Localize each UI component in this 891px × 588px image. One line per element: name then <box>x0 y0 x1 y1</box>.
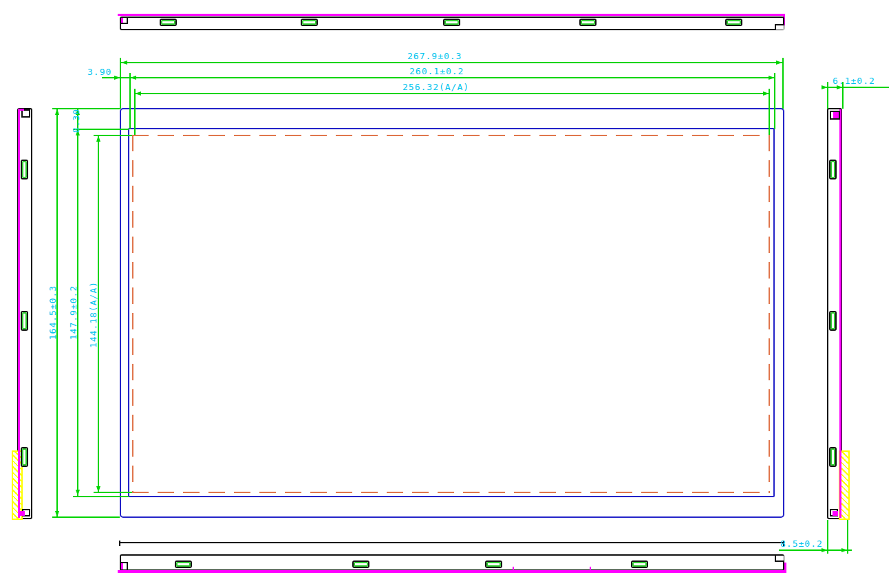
bottom-edge-highlight <box>118 570 786 573</box>
arrowhead <box>769 76 775 80</box>
dim-text-bottom-thickness: 8.5±0.2 <box>780 539 823 548</box>
dim-text-left-offset: 3.90 <box>87 67 111 76</box>
arrowhead <box>76 490 80 496</box>
dimension-line <box>823 87 889 88</box>
extension-line <box>129 73 131 129</box>
mounting-slot <box>21 160 28 179</box>
extension-line <box>782 58 784 109</box>
mounting-slot <box>579 19 597 26</box>
dim-text-side-thickness: 6.1±0.2 <box>833 76 875 85</box>
mounting-slot <box>443 19 460 26</box>
mounting-slot <box>485 560 502 568</box>
right-edge-top-notch <box>830 111 840 120</box>
dimension-line <box>120 62 784 63</box>
bottom-edge-lip-tick-left <box>119 541 120 546</box>
top-edge-left-notch <box>121 18 128 24</box>
dim-text-bezel-height: 147.9±0.2 <box>69 285 78 341</box>
bottom-edge-tick <box>513 567 514 571</box>
extension-line <box>769 89 770 135</box>
extension-line <box>52 516 120 518</box>
mounting-slot <box>21 447 28 467</box>
dimension-line <box>102 77 775 78</box>
bottom-edge-body <box>120 554 784 571</box>
arrowhead <box>841 548 848 552</box>
active-area-bottom <box>132 492 770 493</box>
left-edge-highlight <box>18 109 20 518</box>
bottom-edge-highlight-end <box>784 563 786 571</box>
mounting-slot <box>829 311 837 331</box>
arrowhead <box>114 76 120 80</box>
active-area-right <box>769 135 770 493</box>
right-edge-highlight <box>839 109 841 518</box>
dim-text-top-offset: 8.30 <box>72 100 80 142</box>
dim-text-outline-height: 164.5±0.3 <box>48 285 57 341</box>
left-edge-top-highlight <box>18 109 24 111</box>
bottom-edge-right-step <box>775 556 784 562</box>
mounting-slot <box>631 560 648 568</box>
arrowhead <box>135 91 141 96</box>
arrowhead <box>776 61 782 65</box>
arrowhead <box>822 85 828 89</box>
arrowhead <box>130 76 136 80</box>
mounting-slot <box>160 19 177 26</box>
bottom-edge-tick <box>590 567 591 571</box>
mounting-slot <box>352 560 369 568</box>
extension-line <box>52 108 120 109</box>
mounting-slot <box>21 311 28 331</box>
arrowhead <box>763 91 769 96</box>
drawing-canvas: 267.9±0.3 260.1±0.2 256.32(A/A) 3.90 8.3… <box>0 0 891 588</box>
active-area-left <box>132 135 133 493</box>
bottom-edge-left-notch <box>121 562 128 569</box>
bottom-edge-lip-line <box>120 542 784 543</box>
bezel-opening-outline <box>128 128 775 497</box>
extension-line <box>120 58 121 109</box>
mounting-slot <box>301 19 318 26</box>
arrowhead <box>96 486 100 492</box>
dimension-line <box>134 93 770 94</box>
extension-line <box>73 496 129 497</box>
arrowhead <box>121 61 127 65</box>
right-edge-bottom-highlight <box>833 511 838 516</box>
top-edge-highlight <box>118 14 785 16</box>
dim-text-active-height: 144.18(A/A) <box>89 281 98 349</box>
extension-line <box>73 129 129 130</box>
mounting-slot <box>829 160 837 179</box>
extension-line <box>134 89 136 135</box>
mounting-slot <box>175 560 192 568</box>
top-edge-right-step <box>775 24 784 30</box>
arrowhead <box>55 511 59 517</box>
active-area-top <box>132 135 770 136</box>
dim-text-active-width: 256.32(A/A) <box>402 83 469 91</box>
mounting-slot <box>725 19 742 26</box>
mounting-slot <box>829 447 837 467</box>
dim-text-outline-width: 267.9±0.3 <box>407 52 462 61</box>
left-edge-bottom-highlight <box>19 511 25 516</box>
dim-text-bezel-width: 260.1±0.2 <box>409 67 464 76</box>
arrowhead <box>55 109 59 115</box>
arrowhead <box>96 135 100 142</box>
extension-line <box>774 73 775 129</box>
